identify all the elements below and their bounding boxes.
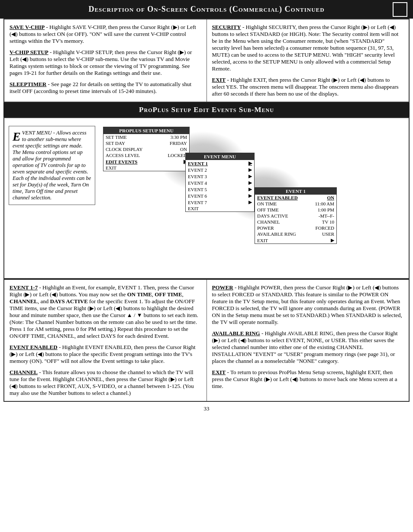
menu-cell-label: EVENT 7 xyxy=(186,199,238,205)
menu-cell-value: ▶ xyxy=(238,173,254,179)
menu-cell-label: EVENT 2 xyxy=(186,167,238,173)
proplus-header-title: ProPlus Setup Edit Events Sub-Menu xyxy=(139,106,274,114)
menu-cell-value: TV 10 xyxy=(308,219,336,225)
menu-row: EXIT xyxy=(186,205,254,212)
exit-title: EXIT xyxy=(212,77,226,83)
page-number-text: 33 xyxy=(204,405,210,412)
menu-row-bold: EVENT 1▶ xyxy=(186,160,254,167)
channel-title: CHANNEL xyxy=(10,369,38,375)
proplus-content: E VENT MENU - Allows access to another s… xyxy=(9,122,404,274)
menu-cell-label: EXIT xyxy=(186,205,238,212)
event-enabled-title: EVENT ENABLED xyxy=(10,344,58,350)
menu-cell-value xyxy=(238,205,254,212)
event17-title: EVENT 1-7 xyxy=(10,284,38,291)
menu-row: EVENT 6▶ xyxy=(186,192,254,199)
menu-cell-value: -MT--F- xyxy=(308,213,336,219)
menu-cell-value: 11:00 AM xyxy=(308,201,336,207)
menu-cell-value: ON xyxy=(308,195,336,201)
proplus-left: E VENT MENU - Allows access to another s… xyxy=(9,122,95,205)
available-ring-title: AVAILABLE RING xyxy=(212,330,260,337)
power-text: - Highlight POWER, then press the Cursor… xyxy=(212,284,402,325)
event-enabled-entry: EVENT ENABLED - Highlight EVENT ENABLED,… xyxy=(10,344,201,365)
menu-cell-label: EXIT xyxy=(103,165,158,171)
proplus-menu-title: PROPLUS SETUP MENU xyxy=(103,127,189,134)
bottom-left: EVENT 1-7 - Highlight an Event, for exam… xyxy=(4,280,207,401)
power-title: POWER xyxy=(212,284,233,291)
save-vchip-entry: SAVE V-CHIP - Highlight SAVE V-CHIP, the… xyxy=(10,24,201,45)
menu-row: POWERFORCED xyxy=(255,225,336,231)
channel-entry: CHANNEL - This feature allows you to cho… xyxy=(10,369,201,397)
menu-cell-label: ON TIME xyxy=(255,201,308,207)
menu-row: EVENT 2▶ xyxy=(186,167,254,173)
menu-cell-label: CHANNEL xyxy=(255,219,308,225)
menu-cell-value: FORCED xyxy=(308,225,336,231)
menu-cell-label: EVENT 1 xyxy=(186,160,238,167)
menu-cell-value: 3:30 PM xyxy=(158,134,189,140)
security-entry: SECURITY - Highlight SECURITY, then pres… xyxy=(212,24,404,72)
italic-lead: E xyxy=(13,131,21,143)
menu-row: EVENT 5▶ xyxy=(186,186,254,192)
menu-row: OFF TIME1:00 PM xyxy=(255,207,336,213)
menu-cell-label: EVENT 5 xyxy=(186,186,238,192)
menu-cell-label: OFF TIME xyxy=(255,207,308,213)
menu-cell-label: EXIT xyxy=(255,237,308,244)
proplus-menu-box: PROPLUS SETUP MENU SET TIME3:30 PM SET D… xyxy=(103,127,190,171)
section1-box: SAVE V-CHIP - Highlight SAVE V-CHIP, the… xyxy=(3,19,410,103)
menu-cell-value: FRIDAY xyxy=(158,140,189,146)
menus-area: PROPLUS SETUP MENU SET TIME3:30 PM SET D… xyxy=(99,122,404,274)
security-title: SECURITY xyxy=(212,24,241,30)
menu-cell-label: EVENT ENABLED xyxy=(255,195,308,201)
menu-row: SET DAYFRIDAY xyxy=(103,140,189,146)
menu-row: DAYS ACTIVE-MT--F- xyxy=(255,213,336,219)
vchip-setup-title: V-CHIP SETUP xyxy=(10,49,48,55)
menu-cell-value: USER xyxy=(308,231,336,237)
menu-cell-value: ▶ xyxy=(308,237,336,244)
page-number: 33 xyxy=(0,402,413,416)
menu-cell-label: POWER xyxy=(255,225,308,231)
page-header: Description of On-Screen Controls (Comme… xyxy=(0,0,413,19)
power-entry: POWER - Highlight POWER, then press the … xyxy=(212,284,404,326)
event-menu-box: EVENT MENU EVENT 1▶ EVENT 2▶ EVENT 3▶ EV… xyxy=(185,153,255,212)
menu-row: CLOCK DISPLAYON xyxy=(103,146,189,152)
menu-cell-value xyxy=(158,165,189,171)
event17-text: - Highlight an Event, for example, EVENT… xyxy=(10,284,198,339)
menu-row: ON TIME11:00 AM xyxy=(255,201,336,207)
exit-bottom-entry: EXIT - To return to previous ProPlus Men… xyxy=(212,369,404,390)
sleeptimer-title: SLEEPTIMER xyxy=(10,81,46,87)
bottom-right: POWER - Highlight POWER, then press the … xyxy=(207,280,409,401)
menu-cell-value: ▶ xyxy=(238,167,254,173)
menu-row: CHANNELTV 10 xyxy=(255,219,336,225)
italic-block: E VENT MENU - Allows access to another s… xyxy=(9,126,95,205)
header-title: Description of On-Screen Controls (Comme… xyxy=(88,5,324,13)
menu-cell-value: ▶ xyxy=(238,160,254,167)
menu-cell-label: SET TIME xyxy=(103,134,158,140)
exit-bottom-title: EXIT xyxy=(212,369,226,375)
vchip-setup-entry: V-CHIP SETUP - Highlight V-CHIP SETUP, t… xyxy=(10,49,201,77)
event17-entry: EVENT 1-7 - Highlight an Event, for exam… xyxy=(10,284,201,340)
menu-cell-label: CLOCK DISPLAY xyxy=(103,146,158,152)
menu-cell-label: SET DAY xyxy=(103,140,158,146)
menu-cell-label: EVENT 6 xyxy=(186,192,238,199)
sleeptimer-entry: SLEEPTIMER - See page 22 for details on … xyxy=(10,81,201,95)
menu-row: EVENT 3▶ xyxy=(186,173,254,179)
section1-left: SAVE V-CHIP - Highlight SAVE V-CHIP, the… xyxy=(4,19,207,102)
event-menu-table: EVENT 1▶ EVENT 2▶ EVENT 3▶ EVENT 4▶ EVEN… xyxy=(186,160,254,212)
menu-cell-value: ON xyxy=(158,146,189,152)
exit-bottom-text: - To return to previous ProPlus Menu Set… xyxy=(212,369,397,389)
save-vchip-title: SAVE V-CHIP xyxy=(10,24,45,30)
menu-cell-value: ▶ xyxy=(238,186,254,192)
proplus-section: E VENT MENU - Allows access to another s… xyxy=(3,117,410,279)
event-menu-title: EVENT MENU xyxy=(186,153,254,160)
menu-cell-label: EDIT EVENTS xyxy=(103,158,158,165)
section1-right: SECURITY - Highlight SECURITY, then pres… xyxy=(207,19,409,102)
menu-cell-label: DAYS ACTIVE xyxy=(255,213,308,219)
menu-row: EXIT▶ xyxy=(255,237,336,244)
event1-menu-table: EVENT ENABLEDON ON TIME11:00 AM OFF TIME… xyxy=(255,195,336,244)
menu-row: EXIT xyxy=(103,165,189,171)
exit-text: - Highlight EXIT, then press the Cursor … xyxy=(212,77,399,97)
menu-cell-label: AVAILABLE RING xyxy=(255,231,308,237)
proplus-header: ProPlus Setup Edit Events Sub-Menu xyxy=(3,103,410,117)
menu-cell-value: ▶ xyxy=(238,199,254,205)
italic-text: VENT MENU - Allows access to another sub… xyxy=(13,130,91,201)
menu-cell-label: ACCESS LEVEL xyxy=(103,152,158,158)
